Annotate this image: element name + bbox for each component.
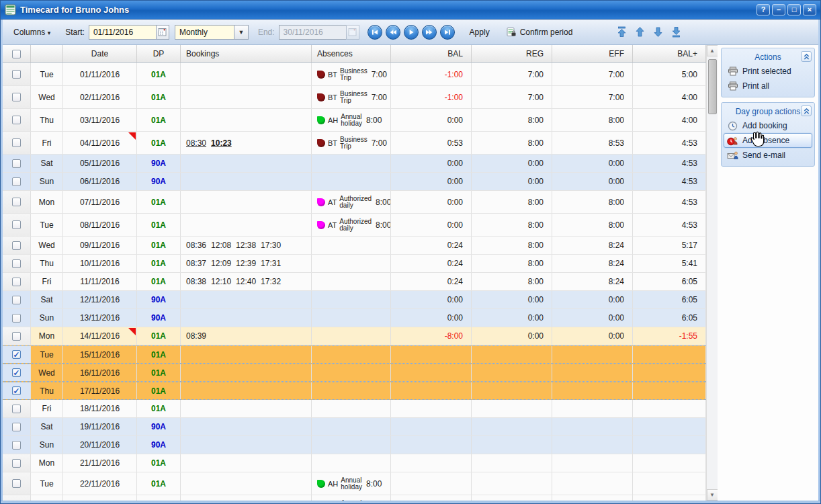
absences-cell[interactable] bbox=[312, 364, 391, 381]
absences-cell[interactable] bbox=[312, 255, 391, 272]
absences-cell[interactable]: AHAnnualholiday8:00 bbox=[312, 495, 391, 501]
eff-column-header[interactable]: EFF bbox=[552, 45, 633, 62]
last-period-button[interactable] bbox=[440, 25, 455, 40]
reg-column-header[interactable]: REG bbox=[472, 45, 552, 62]
table-row[interactable]: ✓Wed16/11/201601A bbox=[3, 364, 706, 382]
scroll-down-icon[interactable]: ▼ bbox=[707, 489, 718, 501]
table-row[interactable]: Tue08/11/201601AATAuthorizeddaily8:000:0… bbox=[3, 214, 706, 237]
absences-cell[interactable]: AHAnnualholiday8:00 bbox=[312, 472, 391, 495]
row-checkbox[interactable] bbox=[12, 70, 21, 79]
bookings-cell[interactable] bbox=[181, 191, 312, 213]
absences-cell[interactable] bbox=[312, 327, 391, 345]
confirm-period-button[interactable]: Confirm period bbox=[502, 24, 577, 40]
bookings-cell[interactable] bbox=[181, 454, 312, 472]
table-row[interactable]: Mon14/11/201601A08:39-8:000:000:00-1:55 bbox=[3, 327, 706, 345]
absences-cell[interactable] bbox=[312, 155, 391, 172]
table-row[interactable]: Fri18/11/201601A bbox=[3, 400, 706, 418]
bookings-cell[interactable] bbox=[181, 382, 312, 399]
row-checkbox[interactable] bbox=[12, 259, 21, 268]
table-row[interactable]: Mon21/11/201601A bbox=[3, 454, 706, 472]
absences-cell[interactable] bbox=[312, 418, 391, 435]
bookings-cell[interactable] bbox=[181, 472, 312, 495]
table-row[interactable]: Wed09/11/201601A08:3612:0812:3817:300:24… bbox=[3, 237, 706, 255]
bookings-cell[interactable] bbox=[181, 173, 312, 190]
table-row[interactable]: Sun20/11/201690A bbox=[3, 436, 706, 454]
add-booking-button[interactable]: Add booking bbox=[724, 118, 812, 133]
bookings-cell[interactable] bbox=[181, 214, 312, 236]
bal-column-header[interactable]: BAL bbox=[391, 45, 472, 62]
row-checkbox[interactable] bbox=[12, 296, 21, 304]
table-row[interactable]: Sun06/11/201690A0:000:000:004:53 bbox=[3, 173, 706, 191]
move-top-icon[interactable] bbox=[617, 26, 627, 38]
next-period-button[interactable] bbox=[422, 25, 437, 40]
table-row[interactable]: Sat05/11/201690A0:000:000:004:53 bbox=[3, 155, 706, 173]
row-checkbox[interactable] bbox=[12, 198, 21, 206]
collapse-icon[interactable] bbox=[801, 51, 812, 62]
row-checkbox[interactable] bbox=[12, 220, 21, 229]
absences-cell[interactable] bbox=[312, 309, 391, 327]
absences-cell[interactable]: ATAuthorizeddaily8:00 bbox=[312, 191, 391, 213]
table-row[interactable]: ✓Tue15/11/201601A bbox=[3, 345, 706, 364]
row-checkbox[interactable]: ✓ bbox=[12, 350, 21, 359]
row-checkbox[interactable] bbox=[12, 278, 21, 286]
table-row[interactable]: Mon07/11/201601AATAuthorizeddaily8:000:0… bbox=[3, 191, 706, 214]
absences-cell[interactable]: AHAnnualholiday8:00 bbox=[312, 109, 391, 131]
bookings-cell[interactable]: 08:39 bbox=[181, 327, 312, 345]
table-row[interactable]: Fri04/11/201601A08:3010:23BTBusinessTrip… bbox=[3, 132, 706, 155]
absences-cell[interactable] bbox=[312, 400, 391, 417]
dp-column-header[interactable]: DP bbox=[137, 45, 181, 62]
row-checkbox[interactable] bbox=[12, 241, 21, 250]
row-checkbox[interactable]: ✓ bbox=[12, 386, 21, 395]
bookings-cell[interactable] bbox=[181, 346, 312, 363]
row-checkbox[interactable] bbox=[12, 138, 21, 147]
table-row[interactable]: Tue22/11/201601AAHAnnualholiday8:00 bbox=[3, 472, 706, 495]
start-date-input[interactable] bbox=[89, 25, 156, 40]
bookings-cell[interactable] bbox=[181, 291, 312, 308]
add-absence-button[interactable]: Add absence bbox=[724, 133, 812, 148]
absences-cell[interactable]: BTBusinessTrip7:00 bbox=[312, 132, 391, 154]
bookings-cell[interactable] bbox=[181, 86, 312, 108]
absences-cell[interactable]: BTBusinessTrip7:00 bbox=[312, 63, 391, 85]
row-checkbox[interactable] bbox=[12, 441, 21, 450]
absences-cell[interactable]: ATAuthorizeddaily8:00 bbox=[312, 214, 391, 236]
row-checkbox[interactable] bbox=[12, 116, 21, 124]
row-checkbox[interactable] bbox=[12, 159, 21, 168]
print-selected-button[interactable]: Print selected bbox=[724, 64, 812, 79]
day-column-header[interactable] bbox=[31, 45, 63, 62]
row-checkbox[interactable] bbox=[12, 177, 21, 186]
absences-cell[interactable] bbox=[312, 273, 391, 290]
scroll-up-icon[interactable]: ▲ bbox=[707, 45, 718, 56]
absences-cell[interactable] bbox=[312, 382, 391, 399]
table-row[interactable]: ✓Thu17/11/201601A bbox=[3, 382, 706, 400]
collapse-icon[interactable] bbox=[801, 106, 812, 116]
first-period-button[interactable] bbox=[368, 25, 382, 40]
table-row[interactable]: Wed23/11/201601AAHAnnualholiday8:00 bbox=[3, 495, 706, 501]
date-column-header[interactable]: Date bbox=[63, 45, 137, 62]
row-checkbox[interactable] bbox=[12, 459, 21, 468]
bookings-cell[interactable]: 08:3812:1012:4017:32 bbox=[181, 273, 312, 290]
maximize-icon[interactable]: □ bbox=[787, 4, 801, 15]
balp-column-header[interactable]: BAL+ bbox=[633, 45, 706, 62]
select-all-checkbox[interactable] bbox=[12, 50, 21, 58]
row-checkbox[interactable] bbox=[12, 479, 21, 488]
absences-column-header[interactable]: Absences bbox=[312, 45, 391, 62]
bookings-cell[interactable] bbox=[181, 418, 312, 435]
table-row[interactable]: Fri11/11/201601A08:3812:1012:4017:320:24… bbox=[3, 273, 706, 291]
absences-cell[interactable] bbox=[312, 291, 391, 308]
bookings-cell[interactable]: 08:3712:0912:3917:31 bbox=[181, 255, 312, 272]
close-icon[interactable]: × bbox=[803, 4, 816, 15]
vertical-scrollbar[interactable]: ▲ ▼ bbox=[706, 45, 718, 501]
help-icon[interactable]: ? bbox=[757, 4, 770, 15]
absences-cell[interactable]: BTBusinessTrip7:00 bbox=[312, 86, 391, 108]
table-row[interactable]: Thu03/11/201601AAHAnnualholiday8:000:008… bbox=[3, 109, 706, 132]
move-up-icon[interactable] bbox=[635, 26, 645, 38]
absences-cell[interactable] bbox=[312, 436, 391, 454]
period-dropdown-button[interactable]: ▼ bbox=[234, 25, 249, 40]
move-bottom-icon[interactable] bbox=[671, 26, 681, 38]
row-checkbox[interactable] bbox=[12, 423, 21, 431]
bookings-cell[interactable] bbox=[181, 109, 312, 131]
bookings-cell[interactable]: 08:3010:23 bbox=[181, 132, 312, 154]
bookings-cell[interactable] bbox=[181, 436, 312, 454]
columns-button[interactable]: Columns ▾ bbox=[8, 26, 56, 39]
bookings-cell[interactable] bbox=[181, 495, 312, 501]
